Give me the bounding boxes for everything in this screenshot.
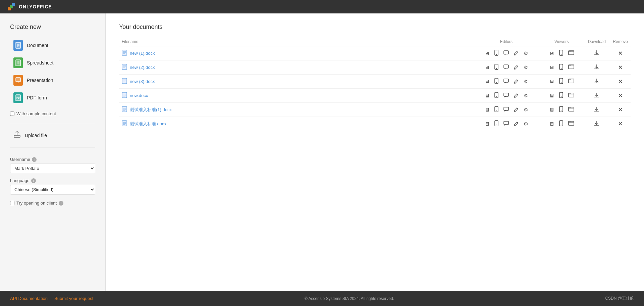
editor-mobile-icon[interactable]: [493, 91, 500, 100]
editor-desktop-icon[interactable]: 🖥: [483, 120, 490, 127]
language-info-icon[interactable]: i: [31, 178, 36, 183]
viewer-mobile-icon[interactable]: [558, 105, 565, 114]
editor-settings-icon[interactable]: ⚙: [523, 92, 529, 99]
editor-mobile-icon[interactable]: [493, 63, 500, 72]
viewer-desktop-icon[interactable]: 🖥: [548, 120, 555, 127]
editor-chat-icon[interactable]: [502, 50, 510, 57]
svg-point-114: [496, 125, 497, 125]
file-icon: [122, 64, 127, 71]
viewer-desktop-icon[interactable]: 🖥: [548, 50, 555, 57]
your-documents-title: Your documents: [119, 24, 631, 31]
username-info-icon[interactable]: i: [32, 157, 37, 162]
file-name-link[interactable]: new (1).docx: [130, 51, 155, 56]
viewer-desktop-icon[interactable]: 🖥: [548, 78, 555, 85]
editor-mobile-icon[interactable]: [493, 105, 500, 114]
editor-edit-icon[interactable]: [513, 106, 520, 114]
remove-button[interactable]: ✕: [618, 64, 623, 71]
api-doc-link[interactable]: API Documentation: [10, 296, 48, 301]
viewer-embed-icon[interactable]: [567, 50, 575, 57]
editor-chat-icon[interactable]: [502, 92, 510, 99]
spreadsheet-label: Spreadsheet: [27, 60, 53, 65]
upload-file-button[interactable]: Upload file: [10, 127, 95, 143]
language-label: Language: [10, 178, 30, 183]
download-button[interactable]: [593, 77, 601, 86]
editor-chat-icon[interactable]: [502, 106, 510, 113]
file-name-link[interactable]: 测试准入标准(1).docx: [130, 107, 172, 113]
file-cell-3: new.docx: [119, 89, 473, 103]
try-client-info-icon[interactable]: i: [59, 201, 63, 206]
download-button[interactable]: [593, 63, 601, 72]
editor-mobile-icon[interactable]: [493, 77, 500, 86]
language-select[interactable]: Chinese (Simplified) English French Germ…: [10, 185, 95, 194]
editor-desktop-icon[interactable]: 🖥: [483, 78, 490, 85]
remove-button[interactable]: ✕: [618, 107, 623, 113]
remove-button[interactable]: ✕: [618, 121, 623, 127]
editor-edit-icon[interactable]: [513, 49, 520, 57]
viewer-embed-icon[interactable]: [567, 106, 575, 113]
viewer-mobile-icon[interactable]: [558, 63, 565, 72]
create-presentation-button[interactable]: Presentation: [10, 72, 95, 88]
editor-edit-icon[interactable]: [513, 120, 520, 128]
editor-chat-icon[interactable]: [502, 78, 510, 85]
submit-request-link[interactable]: Submit your request: [54, 296, 93, 301]
download-button[interactable]: [593, 105, 601, 114]
editor-settings-icon[interactable]: ⚙: [523, 120, 529, 128]
viewer-mobile-icon[interactable]: [558, 77, 565, 86]
editor-desktop-icon[interactable]: 🖥: [483, 106, 490, 113]
viewer-embed-icon[interactable]: [567, 120, 575, 127]
editor-settings-icon[interactable]: ⚙: [523, 78, 529, 85]
viewer-embed-icon[interactable]: [567, 92, 575, 99]
viewers-cell-5: 🖥: [540, 117, 583, 131]
table-header: Filename Editors Viewers Download Remove: [119, 37, 631, 46]
file-name-link[interactable]: 测试准入标准.docx: [130, 121, 166, 127]
editor-settings-icon[interactable]: ⚙: [523, 106, 529, 114]
remove-button[interactable]: ✕: [618, 79, 623, 85]
sample-content-label[interactable]: With sample content: [16, 111, 56, 116]
editor-desktop-icon[interactable]: 🖥: [483, 92, 490, 99]
remove-cell-3: ✕: [610, 89, 631, 103]
remove-button[interactable]: ✕: [618, 50, 623, 56]
editor-settings-icon[interactable]: ⚙: [523, 64, 529, 71]
download-button[interactable]: [593, 49, 601, 57]
onlyoffice-logo-icon: [7, 2, 16, 11]
editor-edit-icon[interactable]: [513, 92, 520, 99]
download-button[interactable]: [593, 120, 601, 128]
file-name-link[interactable]: new (3).docx: [130, 79, 155, 84]
svg-line-116: [517, 122, 518, 123]
viewer-desktop-icon[interactable]: 🖥: [548, 92, 555, 99]
viewer-embed-icon[interactable]: [567, 64, 575, 71]
viewer-desktop-icon[interactable]: 🖥: [548, 106, 555, 113]
editor-edit-icon[interactable]: [513, 78, 520, 85]
editor-desktop-icon[interactable]: 🖥: [483, 50, 490, 57]
editor-desktop-icon[interactable]: 🖥: [483, 64, 490, 71]
remove-button[interactable]: ✕: [618, 93, 623, 99]
create-document-button[interactable]: Document: [10, 37, 95, 53]
editor-edit-icon[interactable]: [513, 63, 520, 71]
try-client-checkbox[interactable]: [10, 201, 14, 205]
app-header: ONLYOFFICE: [0, 0, 644, 13]
viewers-cell-3: 🖥: [540, 89, 583, 103]
file-name-link[interactable]: new (2).docx: [130, 65, 155, 70]
username-select[interactable]: Mark Pottato: [10, 164, 95, 173]
viewer-embed-icon[interactable]: [567, 78, 575, 85]
file-name-link[interactable]: new.docx: [130, 93, 148, 98]
viewer-mobile-icon[interactable]: [558, 120, 565, 128]
svg-line-62: [517, 80, 518, 81]
viewer-mobile-icon[interactable]: [558, 49, 565, 57]
download-button[interactable]: [593, 91, 601, 100]
create-pdf-button[interactable]: PDF PDF form: [10, 90, 95, 106]
svg-point-124: [570, 122, 571, 122]
editor-chat-icon[interactable]: [502, 64, 510, 71]
editor-mobile-icon[interactable]: [493, 49, 500, 57]
viewer-mobile-icon[interactable]: [558, 91, 565, 100]
create-spreadsheet-button[interactable]: Spreadsheet: [10, 55, 95, 71]
editor-chat-icon[interactable]: [502, 120, 510, 127]
table-row: 测试准入标准(1).docx 🖥 ⚙ 🖥: [119, 103, 631, 117]
editor-mobile-icon[interactable]: [493, 120, 500, 128]
sample-content-checkbox[interactable]: [10, 112, 14, 116]
viewer-desktop-icon[interactable]: 🖥: [548, 64, 555, 71]
presentation-label: Presentation: [27, 78, 53, 83]
try-client-label[interactable]: Try opening on client: [16, 201, 57, 206]
svg-rect-25: [504, 51, 508, 54]
editor-settings-icon[interactable]: ⚙: [523, 50, 529, 57]
